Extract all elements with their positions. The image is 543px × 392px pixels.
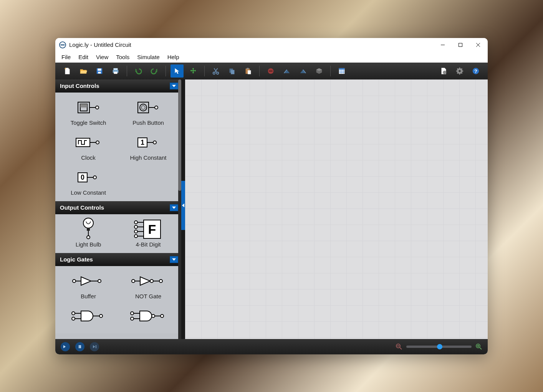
- section-header-logic-gates[interactable]: Logic Gates: [55, 253, 181, 266]
- circuit-canvas[interactable]: [185, 79, 488, 339]
- export-button[interactable]: [437, 65, 450, 78]
- svg-point-41: [153, 141, 156, 144]
- restart-simulation-button[interactable]: [61, 342, 70, 351]
- svg-rect-19: [339, 68, 345, 69]
- maximize-button[interactable]: [452, 39, 469, 51]
- svg-point-63: [98, 280, 101, 283]
- svg-point-70: [72, 317, 75, 320]
- paste-button[interactable]: [242, 65, 255, 78]
- component-light-bulb[interactable]: Light Bulb: [58, 220, 118, 248]
- cut-button[interactable]: [209, 65, 222, 78]
- svg-text:0: 0: [81, 174, 84, 181]
- menu-help[interactable]: Help: [164, 52, 183, 62]
- collapse-button[interactable]: [170, 256, 178, 263]
- menu-simulate[interactable]: Simulate: [133, 52, 163, 62]
- pause-simulation-button[interactable]: [75, 342, 84, 351]
- collapse-button[interactable]: [170, 83, 178, 89]
- svg-point-74: [99, 314, 103, 318]
- redo-button[interactable]: [148, 65, 161, 78]
- new-file-button[interactable]: [61, 65, 74, 78]
- menu-view[interactable]: View: [92, 52, 112, 62]
- svg-rect-17: [269, 71, 272, 71]
- component-buffer[interactable]: Buffer: [58, 271, 118, 299]
- component-label: Buffer: [81, 293, 96, 299]
- statusbar: [55, 339, 488, 354]
- component-clock[interactable]: Clock: [58, 133, 118, 161]
- component-not-gate[interactable]: NOT Gate: [118, 271, 178, 299]
- step-simulation-button[interactable]: [90, 342, 99, 351]
- rotate-right-button[interactable]: [296, 65, 310, 78]
- svg-rect-5: [98, 71, 101, 73]
- svg-line-88: [480, 347, 482, 349]
- menubar: File Edit View Tools Simulate Help: [55, 52, 488, 63]
- save-button[interactable]: [93, 65, 106, 78]
- close-button[interactable]: [469, 39, 487, 51]
- menu-tools[interactable]: Tools: [112, 52, 133, 62]
- component-four-bit-digit[interactable]: F 4-Bit Digit: [118, 220, 178, 248]
- zoom-slider-thumb[interactable]: [437, 344, 442, 349]
- svg-rect-83: [80, 345, 81, 348]
- section-header-input-controls[interactable]: Input Controls: [55, 79, 181, 93]
- zoom-out-icon[interactable]: [396, 343, 402, 350]
- svg-point-79: [152, 314, 155, 318]
- pan-tool-button[interactable]: [187, 65, 200, 78]
- component-push-button[interactable]: Push Button: [118, 98, 178, 126]
- component-label: 4-Bit Digit: [136, 241, 161, 248]
- create-ic-button[interactable]: [313, 65, 326, 78]
- settings-button[interactable]: [453, 65, 466, 78]
- help-button[interactable]: ?: [469, 65, 482, 78]
- section-title: Output Controls: [60, 204, 104, 211]
- svg-point-81: [161, 314, 164, 318]
- svg-point-75: [131, 312, 134, 315]
- svg-point-20: [443, 71, 446, 74]
- section-body-input-controls: Toggle Switch Push Button Clock 1 High C…: [55, 93, 181, 201]
- undo-button[interactable]: [132, 65, 145, 78]
- copy-button[interactable]: [225, 65, 238, 78]
- app-icon: [59, 41, 66, 48]
- component-and-gate[interactable]: [58, 306, 118, 328]
- svg-point-45: [93, 176, 96, 179]
- zoom-in-icon[interactable]: [475, 343, 482, 350]
- print-button[interactable]: [109, 65, 122, 78]
- delete-button[interactable]: [264, 65, 277, 78]
- component-label: High Constant: [130, 154, 166, 161]
- svg-point-53: [134, 235, 137, 238]
- collapse-button[interactable]: [170, 204, 178, 211]
- sidebar-scrollbar-thumb[interactable]: [178, 79, 181, 191]
- component-low-constant[interactable]: 0 Low Constant: [58, 168, 118, 196]
- splitter[interactable]: [181, 79, 185, 339]
- section-header-output-controls[interactable]: Output Controls: [55, 201, 181, 214]
- component-label: Light Bulb: [76, 241, 101, 248]
- svg-point-52: [134, 230, 137, 233]
- menu-edit[interactable]: Edit: [74, 52, 92, 62]
- truth-table-button[interactable]: [335, 65, 348, 78]
- svg-point-32: [141, 106, 145, 109]
- zoom-slider[interactable]: [406, 346, 472, 348]
- svg-point-46: [83, 218, 93, 228]
- component-high-constant[interactable]: 1 High Constant: [118, 133, 178, 161]
- titlebar: Logic.ly - Untitled Circuit: [55, 38, 488, 52]
- component-nand-gate[interactable]: [118, 306, 178, 328]
- svg-point-49: [87, 236, 90, 239]
- minimize-button[interactable]: [434, 39, 452, 51]
- open-file-button[interactable]: [77, 65, 90, 78]
- component-label: NOT Gate: [135, 293, 161, 299]
- push-button-icon: [135, 98, 162, 117]
- pointer-tool-button[interactable]: [171, 65, 184, 78]
- component-label: Clock: [81, 154, 96, 161]
- sidebar-scrollbar[interactable]: [178, 79, 181, 339]
- rotate-left-button[interactable]: [280, 65, 293, 78]
- collapse-sidebar-button[interactable]: [181, 181, 185, 230]
- nand-gate-icon: [129, 306, 167, 326]
- low-constant-icon: 0: [75, 168, 102, 187]
- component-sidebar: Input Controls Toggle Switch Push Button…: [55, 79, 181, 339]
- component-label: Push Button: [132, 119, 164, 126]
- not-gate-icon: [130, 271, 167, 291]
- svg-rect-4: [98, 68, 101, 71]
- svg-point-66: [150, 280, 153, 283]
- section-title: Logic Gates: [60, 256, 93, 263]
- menu-file[interactable]: File: [58, 52, 74, 62]
- svg-rect-27: [80, 104, 87, 108]
- component-toggle-switch[interactable]: Toggle Switch: [58, 98, 118, 126]
- zoom-controls: [396, 343, 482, 350]
